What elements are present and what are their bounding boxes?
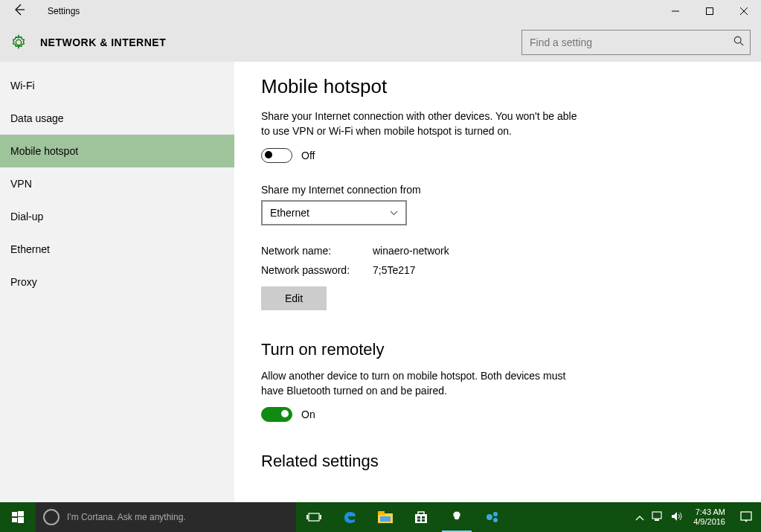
edge-app-icon[interactable] [332,502,367,532]
svg-rect-9 [12,518,17,522]
network-name-value: winaero-network [373,245,449,257]
page-heading: Mobile hotspot [261,75,761,98]
sidebar-item-ethernet[interactable]: Ethernet [0,233,234,266]
clock-time: 7:43 AM [693,507,725,517]
hotspot-toggle[interactable] [261,148,292,163]
cortana-placeholder: I'm Cortana. Ask me anything. [67,512,186,522]
svg-rect-17 [415,514,427,523]
share-from-label: Share my Internet connection from [261,184,761,196]
svg-rect-27 [741,512,751,520]
minimize-button[interactable] [658,0,693,22]
action-center-icon[interactable] [731,511,761,523]
svg-rect-13 [320,515,321,519]
chevron-down-icon [390,208,398,217]
taskbar-clock[interactable]: 7:43 AM 4/9/2016 [687,507,731,527]
hotspot-description: Share your Internet connection with othe… [261,109,588,139]
search-icon [733,36,744,48]
file-explorer-app-icon[interactable] [367,502,403,532]
header: NETWORK & INTERNET [0,22,761,62]
volume-tray-icon[interactable] [671,511,683,524]
back-button[interactable] [12,2,30,20]
clock-date: 4/9/2016 [693,517,725,527]
tray-chevron-up-icon[interactable] [635,511,644,523]
svg-line-6 [740,42,743,45]
sidebar-item-label: VPN [10,178,32,190]
remote-toggle-label: On [301,408,315,420]
network-password-label: Network password: [261,264,373,276]
search-input[interactable] [528,36,733,49]
taskbar: I'm Cortana. Ask me anything. [0,502,761,532]
network-password-value: 7;5Te217 [373,264,416,276]
sidebar-item-mobile-hotspot[interactable]: Mobile hotspot [0,135,234,167]
svg-rect-12 [306,515,308,519]
sidebar-item-label: Wi-Fi [10,80,35,92]
section-title: NETWORK & INTERNET [40,36,166,48]
cortana-search[interactable]: I'm Cortana. Ask me anything. [36,502,296,532]
sidebar-item-label: Mobile hotspot [10,145,78,157]
svg-rect-15 [378,511,385,515]
svg-rect-18 [417,516,420,519]
svg-rect-20 [417,519,420,522]
sidebar-item-label: Data usage [10,112,64,124]
sidebar-item-data-usage[interactable]: Data usage [0,102,234,135]
network-tray-icon[interactable] [652,511,664,524]
sidebar-item-label: Ethernet [10,243,50,255]
store-app-icon[interactable] [403,502,439,532]
sidebar: Wi-FiData usageMobile hotspotVPNDial-upE… [0,62,234,502]
svg-rect-25 [652,512,661,519]
unknown-app-icon[interactable] [475,502,510,532]
maximize-button[interactable] [693,0,727,22]
sidebar-item-dial-up[interactable]: Dial-up [0,200,234,233]
share-from-value: Ethernet [270,207,309,219]
svg-rect-2 [707,8,713,15]
settings-gear-icon [10,34,27,51]
sidebar-item-label: Dial-up [10,211,43,222]
svg-point-22 [487,514,492,520]
svg-rect-8 [18,511,24,516]
svg-rect-21 [422,519,425,522]
close-button[interactable] [727,0,761,22]
related-heading: Related settings [261,452,761,471]
share-from-select[interactable]: Ethernet [261,200,407,225]
cortana-icon [43,509,60,525]
remote-toggle[interactable] [261,407,292,422]
task-view-button[interactable] [296,502,332,532]
svg-point-5 [734,36,741,43]
settings-app-icon[interactable] [439,502,475,532]
svg-point-24 [493,518,498,522]
window-title: Settings [48,6,80,16]
svg-rect-19 [422,516,425,519]
svg-rect-11 [309,513,319,521]
search-settings-box[interactable] [521,30,751,55]
sidebar-item-vpn[interactable]: VPN [0,167,234,200]
title-bar: Settings [0,0,761,22]
remote-description: Allow another device to turn on mobile h… [261,368,588,399]
svg-rect-7 [12,512,17,516]
svg-point-23 [493,512,498,516]
svg-rect-16 [380,516,391,522]
sidebar-item-proxy[interactable]: Proxy [0,266,234,298]
svg-rect-26 [655,519,659,521]
svg-rect-10 [18,517,24,523]
start-button[interactable] [0,502,36,532]
hotspot-toggle-label: Off [301,150,315,161]
sidebar-item-wi-fi[interactable]: Wi-Fi [0,69,234,102]
network-name-label: Network name: [261,245,373,257]
remote-heading: Turn on remotely [261,340,761,359]
content-pane: Mobile hotspot Share your Internet conne… [234,62,761,502]
sidebar-item-label: Proxy [10,276,37,288]
edit-button[interactable]: Edit [261,286,327,310]
system-tray [631,511,687,524]
